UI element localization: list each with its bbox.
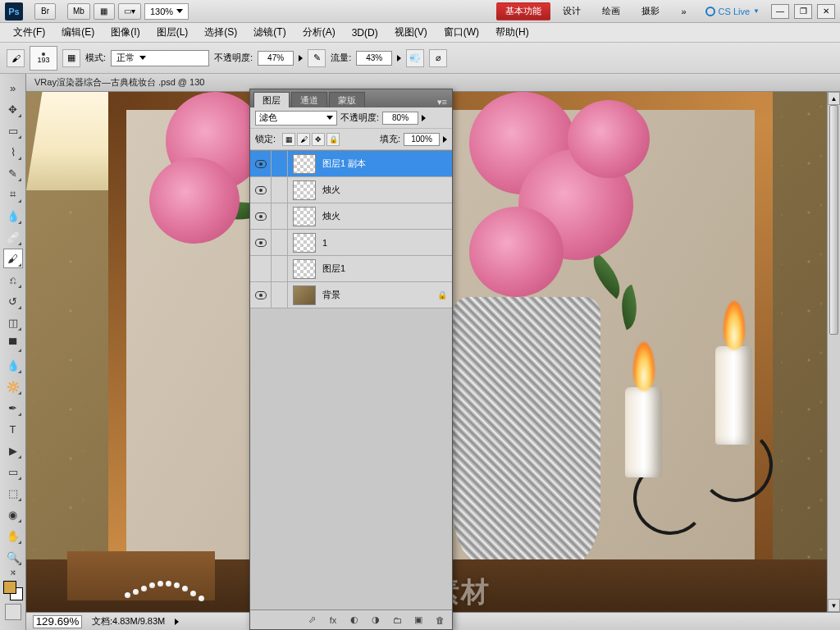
- workspace-design[interactable]: 设计: [554, 2, 590, 21]
- link-col[interactable]: [272, 151, 288, 176]
- workspace-more[interactable]: »: [672, 2, 695, 21]
- tab-channels[interactable]: 通道: [291, 92, 327, 107]
- tablet-pressure-icon[interactable]: ⌀: [429, 49, 447, 67]
- menu-view[interactable]: 视图(V): [386, 23, 436, 42]
- layer-row[interactable]: 烛火: [250, 177, 452, 203]
- visibility-toggle[interactable]: [250, 203, 272, 229]
- visibility-toggle[interactable]: [250, 256, 272, 281]
- layer-name[interactable]: 1: [321, 238, 437, 248]
- flow-slider-icon[interactable]: [397, 55, 401, 62]
- path-select-tool[interactable]: ▶: [3, 441, 23, 460]
- zoom-input[interactable]: [33, 615, 82, 628]
- view-extras-button[interactable]: ▦: [94, 3, 115, 20]
- menu-edit[interactable]: 编辑(E): [53, 23, 103, 42]
- color-swatches[interactable]: [3, 581, 23, 600]
- link-col[interactable]: [272, 282, 288, 308]
- marquee-tool[interactable]: ▭: [3, 121, 23, 140]
- mini-bridge-button[interactable]: Mb: [67, 3, 90, 20]
- lock-pixels-icon[interactable]: 🖌: [297, 133, 310, 146]
- layer-blend-mode-combo[interactable]: 滤色: [255, 111, 337, 126]
- fill-input[interactable]: [404, 133, 440, 146]
- swap-colors-icon[interactable]: ⤭: [3, 568, 23, 578]
- link-col[interactable]: [272, 256, 288, 281]
- menu-select[interactable]: 选择(S): [196, 23, 245, 42]
- layer-style-icon[interactable]: fx: [326, 613, 340, 628]
- workspace-painting[interactable]: 绘画: [593, 2, 629, 21]
- workspace-essentials[interactable]: 基本功能: [496, 2, 550, 21]
- tab-layers[interactable]: 图层: [253, 92, 290, 107]
- workspace-photography[interactable]: 摄影: [632, 2, 669, 21]
- screen-mode-button[interactable]: ▭▾: [118, 3, 141, 20]
- hand-tool[interactable]: ✋: [3, 526, 23, 546]
- opacity-input[interactable]: [258, 51, 294, 66]
- bridge-button[interactable]: Br: [34, 3, 56, 20]
- layer-name[interactable]: 烛火: [321, 184, 437, 196]
- link-col[interactable]: [272, 203, 288, 229]
- zoom-tool[interactable]: 🔍: [3, 547, 23, 567]
- dodge-tool[interactable]: 🔆: [3, 377, 23, 396]
- layer-row[interactable]: 烛火: [250, 203, 452, 230]
- menu-image[interactable]: 图像(I): [103, 23, 148, 42]
- tab-masks[interactable]: 蒙版: [329, 92, 365, 107]
- blend-mode-combo[interactable]: 正常: [111, 50, 209, 66]
- layer-row[interactable]: 图层1 副本: [250, 151, 452, 177]
- close-button[interactable]: ✕: [817, 4, 835, 19]
- menu-window[interactable]: 窗口(W): [436, 23, 487, 42]
- 3d-tool[interactable]: ⬚: [3, 483, 23, 503]
- blur-tool[interactable]: 💧: [3, 355, 23, 375]
- menu-file[interactable]: 文件(F): [5, 23, 53, 42]
- clone-stamp-tool[interactable]: ⎌: [3, 270, 23, 290]
- brush-panel-toggle[interactable]: ▦: [62, 49, 80, 67]
- layer-group-icon[interactable]: 🗀: [390, 613, 404, 628]
- minimize-button[interactable]: ―: [771, 4, 789, 19]
- layer-thumbnail[interactable]: [293, 233, 316, 253]
- new-layer-icon[interactable]: ▣: [411, 613, 426, 628]
- layer-thumbnail[interactable]: [293, 180, 316, 200]
- move-tool[interactable]: ✥: [3, 99, 23, 119]
- layers-panel[interactable]: 图层 通道 蒙版 ▾≡ 滤色 不透明度: 锁定: ▦ 🖌 ✥ 🔒 填充: 图层1…: [249, 89, 453, 630]
- brush-tool[interactable]: 🖌: [3, 249, 23, 268]
- vertical-scrollbar[interactable]: ▲ ▼: [827, 92, 840, 612]
- layer-thumbnail[interactable]: [293, 207, 316, 226]
- layer-thumbnail[interactable]: [293, 154, 316, 174]
- collapse-icon[interactable]: »: [3, 78, 23, 98]
- fill-slider-icon[interactable]: [443, 136, 447, 143]
- visibility-toggle[interactable]: [250, 177, 272, 203]
- layer-name[interactable]: 烛火: [321, 210, 437, 222]
- shape-tool[interactable]: ▭: [3, 462, 23, 482]
- link-col[interactable]: [272, 177, 288, 203]
- zoom-level-combo[interactable]: 130%: [144, 3, 189, 20]
- eyedropper-tool[interactable]: 💧: [3, 206, 23, 226]
- restore-button[interactable]: ❐: [794, 4, 812, 19]
- menu-filter[interactable]: 滤镜(T): [245, 23, 294, 42]
- layer-mask-icon[interactable]: ◐: [347, 613, 362, 628]
- layer-row[interactable]: 背景🔒: [250, 282, 452, 308]
- panel-menu-icon[interactable]: ▾≡: [432, 97, 452, 107]
- status-menu-icon[interactable]: [175, 619, 179, 625]
- layer-name[interactable]: 图层1 副本: [321, 158, 437, 170]
- menu-analysis[interactable]: 分析(A): [294, 23, 344, 42]
- visibility-toggle[interactable]: [250, 282, 272, 308]
- menu-help[interactable]: 帮助(H): [487, 23, 537, 42]
- lock-position-icon[interactable]: ✥: [312, 133, 325, 146]
- delete-layer-icon[interactable]: 🗑: [432, 613, 447, 628]
- crop-tool[interactable]: ⌗: [3, 185, 23, 204]
- visibility-toggle[interactable]: [250, 151, 272, 176]
- layer-name[interactable]: 图层1: [321, 262, 437, 275]
- menu-layer[interactable]: 图层(L): [148, 23, 197, 42]
- gradient-tool[interactable]: ▀: [3, 334, 23, 354]
- visibility-toggle[interactable]: [250, 230, 272, 255]
- pen-tool[interactable]: ✒: [3, 398, 23, 418]
- brush-preset-picker[interactable]: 193: [30, 46, 57, 71]
- layer-row[interactable]: 1: [250, 230, 452, 256]
- healing-brush-tool[interactable]: 🩹: [3, 227, 23, 247]
- layer-opacity-input[interactable]: [382, 112, 418, 125]
- history-brush-tool[interactable]: ↺: [3, 291, 23, 311]
- cs-live-button[interactable]: CS Live▼: [699, 7, 766, 16]
- quick-mask-icon[interactable]: [5, 604, 21, 620]
- flow-input[interactable]: [356, 51, 392, 66]
- link-col[interactable]: [272, 230, 288, 255]
- lasso-tool[interactable]: ⌇: [3, 142, 23, 162]
- opacity-slider-icon[interactable]: [299, 55, 303, 62]
- 3d-camera-tool[interactable]: ◉: [3, 504, 23, 524]
